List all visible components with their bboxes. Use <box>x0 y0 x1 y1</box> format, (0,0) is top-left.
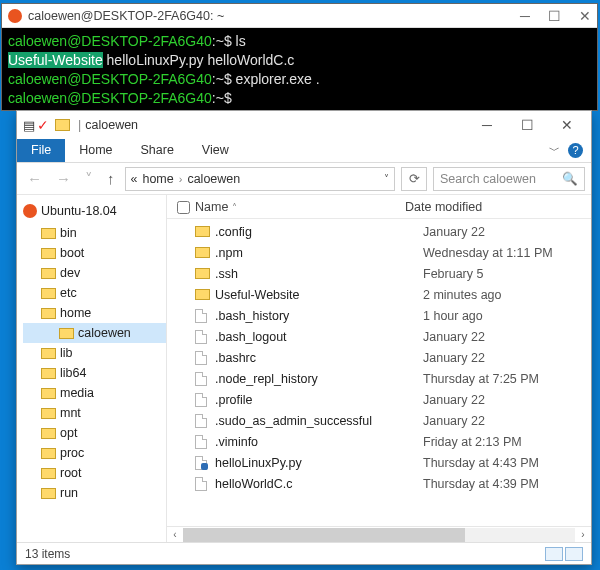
list-item[interactable]: .sshFebruary 5 <box>167 263 591 284</box>
ribbon-file-tab[interactable]: File <box>17 139 65 162</box>
tree-item-lib[interactable]: lib <box>23 343 166 363</box>
breadcrumb-seg[interactable]: caloewen <box>187 172 240 186</box>
tree-item-label: lib <box>60 346 73 360</box>
list-item[interactable]: .bash_logoutJanuary 22 <box>167 326 591 347</box>
tree-item-caloewen[interactable]: caloewen <box>23 323 166 343</box>
file-icon <box>195 435 207 449</box>
folder-icon <box>41 468 56 479</box>
nav-tree[interactable]: Ubuntu-18.04 binbootdevetchomecaloewenli… <box>17 195 167 542</box>
file-date: January 22 <box>423 414 591 428</box>
tree-item-label: mnt <box>60 406 81 420</box>
tree-item-opt[interactable]: opt <box>23 423 166 443</box>
chevron-right-icon: › <box>179 173 183 185</box>
tree-item-bin[interactable]: bin <box>23 223 166 243</box>
view-details-icon[interactable] <box>545 547 563 561</box>
close-button[interactable]: ✕ <box>547 117 587 133</box>
list-item[interactable]: Useful-Website2 minutes ago <box>167 284 591 305</box>
hscrollbar[interactable]: ‹ › <box>167 526 591 542</box>
tree-item-etc[interactable]: etc <box>23 283 166 303</box>
file-date: January 22 <box>423 225 591 239</box>
list-item[interactable]: .viminfoFriday at 2:13 PM <box>167 431 591 452</box>
folder-icon <box>41 428 56 439</box>
refresh-button[interactable]: ⟳ <box>401 167 427 191</box>
scroll-right-icon[interactable]: › <box>575 529 591 540</box>
address-dropdown-icon[interactable]: ˅ <box>384 173 389 184</box>
scroll-thumb[interactable] <box>183 528 465 542</box>
file-icon <box>195 414 207 428</box>
nav-recent-button[interactable]: ˅ <box>81 170 97 188</box>
tree-item-proc[interactable]: proc <box>23 443 166 463</box>
maximize-button[interactable]: ☐ <box>548 9 561 23</box>
file-date: February 5 <box>423 267 591 281</box>
ribbon-share-tab[interactable]: Share <box>127 139 188 162</box>
tree-item-boot[interactable]: boot <box>23 243 166 263</box>
scroll-left-icon[interactable]: ‹ <box>167 529 183 540</box>
window-title: caloewen <box>85 118 138 132</box>
help-icon[interactable]: ? <box>568 143 583 158</box>
nav-up-button[interactable]: ↑ <box>103 170 119 187</box>
tree-root-label: Ubuntu-18.04 <box>41 204 117 218</box>
prompt-user: caloewen@DESKTOP-2FA6G40 <box>8 33 212 49</box>
file-name: .viminfo <box>215 435 423 449</box>
list-item[interactable]: .sudo_as_admin_successfulJanuary 22 <box>167 410 591 431</box>
scroll-track[interactable] <box>183 528 575 542</box>
file-name: helloWorldC.c <box>215 477 423 491</box>
terminal-output-highlight: Useful-Website <box>8 52 103 68</box>
tree-item-media[interactable]: media <box>23 383 166 403</box>
folder-icon <box>41 308 56 319</box>
tree-item-root[interactable]: root <box>23 463 166 483</box>
ribbon-collapse-icon[interactable]: ﹀ <box>549 143 560 158</box>
file-name: .sudo_as_admin_successful <box>215 414 423 428</box>
breadcrumb-prefix: « <box>131 172 138 186</box>
file-rows[interactable]: .configJanuary 22.npmWednesday at 1:11 P… <box>167 219 591 526</box>
ribbon-home-tab[interactable]: Home <box>65 139 126 162</box>
tree-item-mnt[interactable]: mnt <box>23 403 166 423</box>
terminal-line: caloewen@DESKTOP-2FA6G40:~$ <box>8 89 591 108</box>
maximize-button[interactable]: ☐ <box>507 117 547 133</box>
folder-icon <box>195 247 210 258</box>
tree-item-dev[interactable]: dev <box>23 263 166 283</box>
close-button[interactable]: ✕ <box>579 9 591 23</box>
file-icon <box>195 372 207 386</box>
list-item[interactable]: .configJanuary 22 <box>167 221 591 242</box>
list-item[interactable]: .node_repl_historyThursday at 7:25 PM <box>167 368 591 389</box>
col-date[interactable]: Date modified <box>405 200 591 214</box>
address-bar[interactable]: « home › caloewen ˅ <box>125 167 396 191</box>
folder-icon <box>41 488 56 499</box>
minimize-button[interactable]: ─ <box>467 117 507 133</box>
nav-back-button[interactable]: ← <box>23 170 46 187</box>
tree-item-label: etc <box>60 286 77 300</box>
tree-item-label: lib64 <box>60 366 86 380</box>
column-headers[interactable]: Name˄ Date modified <box>167 195 591 219</box>
list-item[interactable]: .profileJanuary 22 <box>167 389 591 410</box>
list-item[interactable]: helloWorldC.cThursday at 4:39 PM <box>167 473 591 494</box>
terminal-titlebar[interactable]: caloewen@DESKTOP-2FA6G40: ~ ─ ☐ ✕ <box>2 4 597 28</box>
col-name[interactable]: Name <box>195 200 228 214</box>
address-bar-row: ← → ˅ ↑ « home › caloewen ˅ ⟳ Search cal… <box>17 163 591 195</box>
folder-icon <box>41 288 56 299</box>
tree-root[interactable]: Ubuntu-18.04 <box>23 201 166 221</box>
explorer-icon: ▤ <box>23 118 35 133</box>
tree-item-lib64[interactable]: lib64 <box>23 363 166 383</box>
tree-item-home[interactable]: home <box>23 303 166 323</box>
view-thumbnails-icon[interactable] <box>565 547 583 561</box>
ribbon-view-tab[interactable]: View <box>188 139 243 162</box>
tree-item-label: caloewen <box>78 326 131 340</box>
list-item[interactable]: .bash_history1 hour ago <box>167 305 591 326</box>
select-all-checkbox[interactable] <box>177 201 190 214</box>
tree-item-run[interactable]: run <box>23 483 166 503</box>
terminal-body[interactable]: caloewen@DESKTOP-2FA6G40:~$ ls Useful-We… <box>2 28 597 112</box>
breadcrumb-seg[interactable]: home <box>142 172 173 186</box>
folder-icon <box>59 328 74 339</box>
list-item[interactable]: .npmWednesday at 1:11 PM <box>167 242 591 263</box>
list-item[interactable]: .bashrcJanuary 22 <box>167 347 591 368</box>
minimize-button[interactable]: ─ <box>520 9 530 23</box>
search-box[interactable]: Search caloewen 🔍 <box>433 167 585 191</box>
tree-item-label: run <box>60 486 78 500</box>
file-name: .bash_logout <box>215 330 423 344</box>
nav-forward-button[interactable]: → <box>52 170 75 187</box>
status-bar: 13 items <box>17 542 591 564</box>
list-item[interactable]: helloLinuxPy.pyThursday at 4:43 PM <box>167 452 591 473</box>
explorer-titlebar[interactable]: ▤ ✓ | caloewen ─ ☐ ✕ <box>17 111 591 139</box>
file-date: January 22 <box>423 351 591 365</box>
